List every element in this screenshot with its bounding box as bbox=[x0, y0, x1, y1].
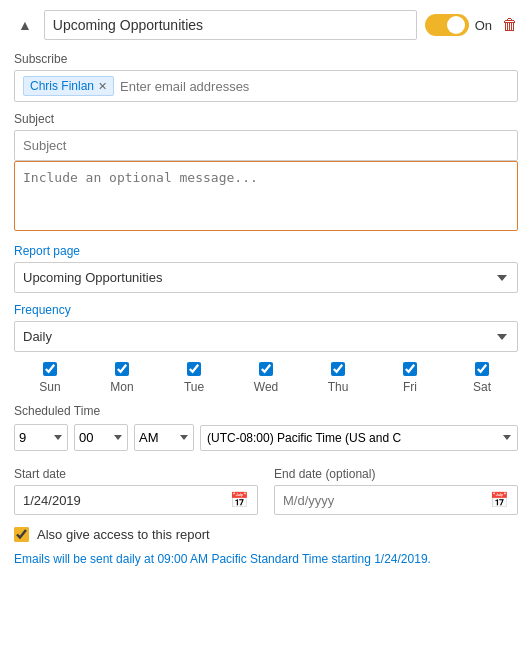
minute-select[interactable]: 00153045 bbox=[74, 424, 128, 451]
subject-input[interactable] bbox=[14, 130, 518, 161]
end-date-label: End date (optional) bbox=[274, 467, 518, 481]
summary-text: Emails will be sent daily at 09:00 AM Pa… bbox=[14, 550, 518, 568]
tag-remove-icon[interactable]: ✕ bbox=[98, 80, 107, 93]
start-date-label: Start date bbox=[14, 467, 258, 481]
subscriber-tag: Chris Finlan ✕ bbox=[23, 76, 114, 96]
day-label-fri: Fri bbox=[403, 380, 417, 394]
day-checkbox-thu[interactable] bbox=[331, 362, 345, 376]
day-label-wed: Wed bbox=[254, 380, 278, 394]
day-label-mon: Mon bbox=[110, 380, 133, 394]
day-checkbox-sat[interactable] bbox=[475, 362, 489, 376]
end-date-wrap[interactable]: 📅 bbox=[274, 485, 518, 515]
day-col-tue: Tue bbox=[158, 362, 230, 394]
day-col-sat: Sat bbox=[446, 362, 518, 394]
day-checkbox-tue[interactable] bbox=[187, 362, 201, 376]
delete-icon[interactable]: 🗑 bbox=[502, 16, 518, 34]
day-col-mon: Mon bbox=[86, 362, 158, 394]
report-page-label: Report page bbox=[14, 244, 518, 258]
day-col-thu: Thu bbox=[302, 362, 374, 394]
scheduled-time-label: Scheduled Time bbox=[14, 404, 518, 418]
day-checkbox-mon[interactable] bbox=[115, 362, 129, 376]
day-checkbox-wed[interactable] bbox=[259, 362, 273, 376]
day-checkbox-sun[interactable] bbox=[43, 362, 57, 376]
days-row: Sun Mon Tue Wed Thu Fri Sat bbox=[14, 362, 518, 394]
start-calendar-icon[interactable]: 📅 bbox=[230, 491, 249, 509]
day-col-wed: Wed bbox=[230, 362, 302, 394]
end-date-input[interactable] bbox=[283, 493, 484, 508]
day-label-tue: Tue bbox=[184, 380, 204, 394]
collapse-button[interactable]: ▲ bbox=[14, 17, 36, 33]
ampm-select[interactable]: AMPM bbox=[134, 424, 194, 451]
timezone-select[interactable]: (UTC-08:00) Pacific Time (US and C bbox=[200, 425, 518, 451]
toggle-label: On bbox=[475, 18, 492, 33]
frequency-label: Frequency bbox=[14, 303, 518, 317]
report-page-select[interactable]: Upcoming Opportunities bbox=[14, 262, 518, 293]
start-date-input[interactable] bbox=[23, 493, 224, 508]
day-col-sun: Sun bbox=[14, 362, 86, 394]
access-checkbox[interactable] bbox=[14, 527, 29, 542]
start-date-wrap[interactable]: 📅 bbox=[14, 485, 258, 515]
time-row: 9 1234 5678 101112 00153045 AMPM (UTC-08… bbox=[14, 424, 518, 451]
start-date-col: Start date 📅 bbox=[14, 457, 258, 515]
chevron-icon: ▲ bbox=[18, 17, 32, 33]
message-textarea[interactable] bbox=[14, 161, 518, 231]
day-label-thu: Thu bbox=[328, 380, 349, 394]
subscribe-label: Subscribe bbox=[14, 52, 518, 66]
toggle-area: On 🗑 bbox=[425, 14, 518, 36]
email-input[interactable] bbox=[120, 79, 509, 94]
toggle-track bbox=[425, 14, 469, 36]
access-label: Also give access to this report bbox=[37, 527, 210, 542]
tag-name: Chris Finlan bbox=[30, 79, 94, 93]
end-date-col: End date (optional) 📅 bbox=[274, 457, 518, 515]
header-row: ▲ On 🗑 bbox=[14, 10, 518, 40]
subscribe-box[interactable]: Chris Finlan ✕ bbox=[14, 70, 518, 102]
title-input[interactable] bbox=[44, 10, 417, 40]
access-row: Also give access to this report bbox=[14, 527, 518, 542]
end-calendar-icon[interactable]: 📅 bbox=[490, 491, 509, 509]
toggle-knob bbox=[447, 16, 465, 34]
date-row: Start date 📅 End date (optional) 📅 bbox=[14, 457, 518, 515]
frequency-select[interactable]: Daily Weekly Monthly bbox=[14, 321, 518, 352]
day-col-fri: Fri bbox=[374, 362, 446, 394]
subject-label: Subject bbox=[14, 112, 518, 126]
day-label-sun: Sun bbox=[39, 380, 60, 394]
day-label-sat: Sat bbox=[473, 380, 491, 394]
hour-select[interactable]: 9 1234 5678 101112 bbox=[14, 424, 68, 451]
day-checkbox-fri[interactable] bbox=[403, 362, 417, 376]
toggle-switch[interactable] bbox=[425, 14, 469, 36]
